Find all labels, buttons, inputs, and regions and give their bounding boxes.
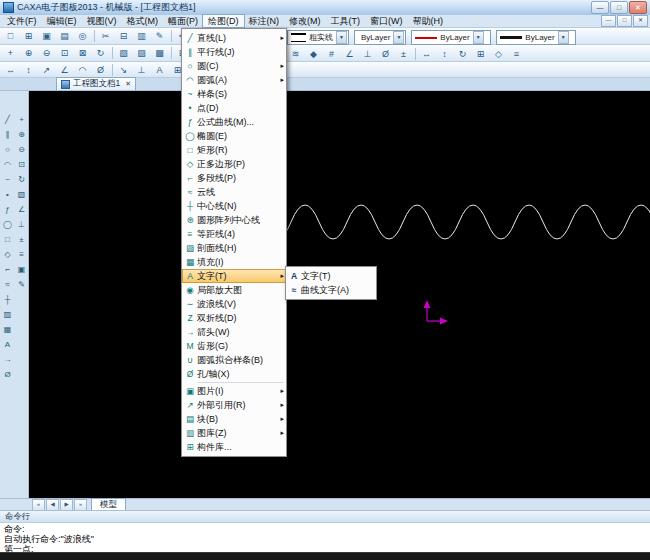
- ellipse-tool-icon[interactable]: ◯: [1, 217, 14, 232]
- zoom-out-icon[interactable]: ⊖: [38, 45, 55, 61]
- circle-tool-icon[interactable]: ○: [1, 142, 14, 157]
- wave-tool-icon[interactable]: ≈: [1, 277, 14, 292]
- sheet-nav-button-1[interactable]: «: [32, 499, 45, 511]
- dim-diameter-icon[interactable]: Ø: [92, 62, 109, 78]
- maximize-button[interactable]: □: [610, 1, 628, 14]
- menubar-item-8[interactable]: 修改(M): [284, 15, 326, 27]
- draw-menu-item-17[interactable]: ▦填充(I): [182, 255, 286, 269]
- array-icon[interactable]: ⊞: [472, 46, 489, 62]
- hatch-tool-icon[interactable]: ▨: [1, 307, 14, 322]
- parallel-tool-icon[interactable]: ∥: [1, 127, 14, 142]
- spline-tool-icon[interactable]: ~: [1, 172, 14, 187]
- perpendicular-icon[interactable]: ⊥: [359, 46, 376, 62]
- fill-tool-icon[interactable]: ▦: [1, 322, 14, 337]
- text-submenu-item-1[interactable]: A文字(T): [286, 269, 376, 283]
- command-line-panel[interactable]: 命令:自动执行命令:"波浪线"第一点:: [0, 522, 650, 552]
- dim-aligned-icon[interactable]: ↗: [38, 62, 55, 78]
- print-preview-icon[interactable]: ◎: [74, 28, 91, 44]
- sheet-nav-button-3[interactable]: ▶: [60, 499, 73, 511]
- layer-tool-icon[interactable]: ▧: [15, 187, 28, 202]
- text-style-icon[interactable]: A: [151, 62, 168, 78]
- dim-vertical-icon[interactable]: ↕: [20, 62, 37, 78]
- text-submenu-item-2[interactable]: ≈曲线文字(A): [286, 283, 376, 297]
- dim-radius-icon[interactable]: ◠: [74, 62, 91, 78]
- layer-color-combo[interactable]: ByLayer ▼: [354, 30, 406, 45]
- command-panel-header[interactable]: 命令行: [0, 510, 650, 522]
- layer-settings-icon[interactable]: ▨: [133, 45, 150, 61]
- draw-menu-item-23[interactable]: M齿形(G): [182, 339, 286, 353]
- draw-menu-item-21[interactable]: Z双折线(D): [182, 311, 286, 325]
- draw-menu-item-24[interactable]: ∪圆弧拟合样条(B): [182, 353, 286, 367]
- chevron-down-icon[interactable]: ▼: [473, 31, 484, 44]
- arc-tool-icon[interactable]: ◠: [1, 157, 14, 172]
- polyline-tool-icon[interactable]: ⌐: [1, 262, 14, 277]
- color-fill-icon[interactable]: ◆: [305, 46, 322, 62]
- mirror-h-icon[interactable]: ↔: [418, 46, 435, 62]
- menubar-item-11[interactable]: 帮助(H): [408, 15, 449, 27]
- draw-menu-item-28[interactable]: ▤块(B)▸: [182, 412, 286, 426]
- draw-menu-item-29[interactable]: ▥图库(Z)▸: [182, 426, 286, 440]
- draw-menu-item-20[interactable]: ∼波浪线(V): [182, 297, 286, 311]
- sheet-nav-button-2[interactable]: ◀: [46, 499, 59, 511]
- print-icon[interactable]: ▤: [56, 28, 73, 44]
- draw-menu-item-10[interactable]: ◇正多边形(P): [182, 157, 286, 171]
- draw-menu-item-5[interactable]: ~样条(S): [182, 87, 286, 101]
- formula-curve-tool-icon[interactable]: ƒ: [1, 202, 14, 217]
- datum-icon[interactable]: ⊥: [133, 62, 150, 78]
- edit-tool-icon[interactable]: ✎: [15, 277, 28, 292]
- menubar-item-3[interactable]: 视图(V): [82, 15, 122, 27]
- linetype-icon[interactable]: ≋: [287, 46, 304, 62]
- sheet-nav-button-4[interactable]: »: [74, 499, 87, 511]
- text-tool-icon[interactable]: A: [1, 337, 14, 352]
- draw-menu-item-30[interactable]: ⊞构件库...: [182, 440, 286, 454]
- tab-close-icon[interactable]: ✕: [125, 80, 131, 88]
- draw-menu-item-11[interactable]: ⌐多段线(P): [182, 171, 286, 185]
- doc-minimize-button[interactable]: —: [601, 15, 616, 27]
- layer-icon[interactable]: ▧: [115, 45, 132, 61]
- diameter-icon[interactable]: Ø: [377, 46, 394, 62]
- doc-restore-button[interactable]: □: [617, 15, 632, 27]
- zoom-window-icon[interactable]: ⊡: [56, 45, 73, 61]
- polygon-tool-icon[interactable]: ◇: [1, 247, 14, 262]
- menubar-item-1[interactable]: 文件(F): [2, 15, 42, 27]
- options-icon[interactable]: ≡: [508, 46, 525, 62]
- tolerance-icon[interactable]: ±: [395, 46, 412, 62]
- zoom-all-icon[interactable]: ⊠: [74, 45, 91, 61]
- point-tool-icon[interactable]: •: [1, 187, 14, 202]
- open-icon[interactable]: ⊞: [20, 28, 37, 44]
- close-button[interactable]: ✕: [629, 1, 647, 14]
- draw-menu-item-3[interactable]: ○圆(C)▸: [182, 59, 286, 73]
- menubar-item-5[interactable]: 幅面(P): [163, 15, 203, 27]
- format-painter-icon[interactable]: ✎: [151, 28, 168, 44]
- draw-menu-item-9[interactable]: □矩形(R): [182, 143, 286, 157]
- new-icon[interactable]: □: [2, 28, 19, 44]
- draw-menu-item-16[interactable]: ▨剖面线(H): [182, 241, 286, 255]
- menubar-item-6[interactable]: 绘图(D): [203, 15, 244, 27]
- draw-menu-item-19[interactable]: ◉局部放大图: [182, 283, 286, 297]
- centerline-tool-icon[interactable]: ┼: [1, 292, 14, 307]
- cut-icon[interactable]: ✂: [97, 28, 114, 44]
- linewidth-tool-icon[interactable]: ≡: [15, 247, 28, 262]
- draw-menu-item-7[interactable]: ƒ公式曲线(M)...: [182, 115, 286, 129]
- draw-menu-item-6[interactable]: •点(D): [182, 101, 286, 115]
- menubar-item-4[interactable]: 格式(M): [122, 15, 164, 27]
- menubar-item-9[interactable]: 工具(T): [326, 15, 366, 27]
- linetype-combo[interactable]: 粗实线 ▼: [287, 30, 349, 45]
- draw-menu-item-15[interactable]: ≡等距线(4): [182, 227, 286, 241]
- regen-icon[interactable]: ↻: [92, 45, 109, 61]
- angle-snap-icon[interactable]: ∠: [341, 46, 358, 62]
- draw-menu-item-14[interactable]: ⊛圆形阵列中心线: [182, 213, 286, 227]
- minimize-button[interactable]: —: [591, 1, 609, 14]
- menubar-item-7[interactable]: 标注(N): [244, 15, 285, 27]
- draw-menu-item-26[interactable]: ▣图片(I)▸: [182, 384, 286, 398]
- paste-icon[interactable]: ▥: [133, 28, 150, 44]
- pan-tool-icon[interactable]: +: [15, 112, 28, 127]
- chevron-down-icon[interactable]: ▼: [558, 31, 569, 44]
- draw-menu-item-22[interactable]: →箭头(W): [182, 325, 286, 339]
- pan-icon[interactable]: +: [2, 45, 19, 61]
- menubar-item-10[interactable]: 窗口(W): [365, 15, 408, 27]
- save-icon[interactable]: ▣: [38, 28, 55, 44]
- line-tool-icon[interactable]: ╱: [1, 112, 14, 127]
- perp-tool-icon[interactable]: ⊥: [15, 217, 28, 232]
- snap-icon[interactable]: #: [323, 46, 340, 62]
